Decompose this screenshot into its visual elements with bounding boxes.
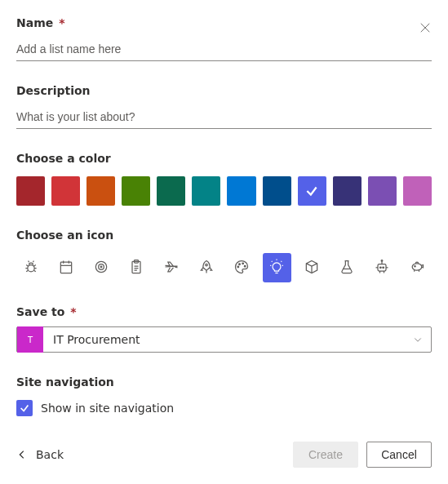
required-mark: * (70, 305, 76, 318)
save-to-dropdown[interactable]: T IT Procurement (16, 326, 432, 353)
color-swatch-orange[interactable] (86, 176, 115, 206)
save-to-selected-label: IT Procurement (53, 333, 140, 346)
palette-icon (233, 259, 250, 278)
lightbulb-icon (268, 259, 285, 278)
color-swatch-pink[interactable] (403, 176, 432, 206)
svg-point-42 (383, 267, 384, 269)
color-swatch-blue[interactable] (227, 176, 255, 206)
svg-point-41 (380, 267, 382, 269)
site-tile: T (17, 326, 43, 353)
color-swatch-purple[interactable] (368, 176, 397, 206)
close-icon (419, 22, 431, 33)
name-label: Name * (16, 16, 432, 29)
footer-actions: Create Cancel (293, 442, 432, 468)
svg-line-9 (28, 260, 29, 262)
color-swatch-dark-blue[interactable] (263, 176, 291, 206)
svg-point-29 (237, 266, 239, 268)
color-swatch-periwinkle[interactable] (298, 176, 326, 206)
svg-point-28 (206, 264, 208, 266)
icon-option-lightbulb[interactable] (263, 253, 291, 282)
bug-icon (23, 259, 39, 278)
site-navigation-label: Site navigation (16, 375, 432, 389)
icon-option-bug[interactable] (16, 253, 45, 282)
name-label-text: Name (16, 16, 53, 29)
site-navigation-section: Site navigation Show in site navigation (16, 375, 432, 416)
icon-option-calendar[interactable] (51, 253, 80, 282)
svg-rect-11 (60, 262, 71, 273)
checkmark-icon (19, 402, 30, 414)
svg-rect-40 (378, 264, 386, 270)
target-icon (93, 259, 109, 278)
chevron-left-icon (16, 449, 28, 460)
svg-line-5 (26, 264, 29, 266)
calendar-icon (58, 259, 74, 278)
svg-line-8 (33, 270, 36, 272)
checkmark-icon (304, 184, 319, 198)
color-swatch-dark-red[interactable] (16, 176, 45, 206)
description-input[interactable] (16, 105, 432, 129)
icon-option-palette[interactable] (227, 253, 255, 282)
icon-row (16, 253, 432, 282)
save-to-label: Save to * (16, 305, 432, 318)
svg-point-32 (244, 265, 246, 267)
svg-line-37 (272, 260, 273, 261)
dialog-footer: Back Create Cancel (16, 442, 432, 468)
create-button[interactable]: Create (293, 442, 358, 468)
clipboard-icon (128, 259, 144, 278)
save-to-dropdown-content: T IT Procurement (17, 326, 140, 353)
show-in-nav-row: Show in site navigation (16, 400, 432, 416)
icon-option-piggybank[interactable] (403, 253, 432, 282)
svg-point-44 (381, 260, 383, 261)
icon-option-beaker[interactable] (333, 253, 362, 282)
color-swatch-teal[interactable] (192, 176, 220, 206)
svg-line-7 (26, 270, 29, 272)
choose-color-label: Choose a color (16, 152, 432, 165)
svg-point-31 (242, 263, 244, 264)
airplane-icon (163, 259, 180, 278)
choose-icon-label: Choose an icon (16, 229, 432, 242)
back-button[interactable]: Back (16, 448, 64, 461)
color-swatch-dark-green[interactable] (157, 176, 185, 206)
icon-option-robot[interactable] (368, 253, 397, 282)
close-button[interactable] (417, 20, 433, 36)
piggybank-icon (409, 259, 425, 278)
color-row (16, 176, 432, 206)
save-to-field: Save to * T IT Procurement (16, 305, 432, 353)
icon-option-rocket[interactable] (192, 253, 220, 282)
icon-option-clipboard[interactable] (122, 253, 150, 282)
cube-icon (304, 259, 320, 278)
name-input[interactable] (16, 38, 432, 61)
description-label: Description (16, 84, 432, 97)
color-swatch-green[interactable] (122, 176, 150, 206)
icon-option-target[interactable] (86, 253, 115, 282)
rocket-icon (198, 259, 215, 278)
color-swatch-red[interactable] (51, 176, 80, 206)
save-to-label-text: Save to (16, 305, 64, 318)
show-in-nav-label: Show in site navigation (41, 402, 174, 415)
svg-line-6 (33, 264, 36, 266)
name-field: Name * (16, 16, 432, 61)
icon-option-airplane[interactable] (157, 253, 185, 282)
svg-line-38 (281, 260, 282, 261)
back-label: Back (36, 448, 64, 461)
robot-icon (374, 259, 390, 278)
description-field: Description (16, 84, 432, 129)
color-swatch-navy[interactable] (333, 176, 362, 206)
svg-point-2 (27, 264, 33, 271)
chevron-down-icon (413, 335, 423, 344)
svg-point-30 (239, 263, 241, 264)
beaker-icon (339, 259, 355, 278)
required-mark: * (59, 16, 64, 29)
create-list-dialog: Name * Description Choose a color Choose… (0, 0, 448, 484)
svg-line-10 (33, 260, 33, 262)
cancel-button[interactable]: Cancel (366, 442, 432, 468)
svg-point-22 (100, 266, 102, 268)
svg-point-49 (415, 265, 415, 266)
show-in-nav-checkbox[interactable] (16, 400, 33, 416)
icon-option-cube[interactable] (298, 253, 326, 282)
